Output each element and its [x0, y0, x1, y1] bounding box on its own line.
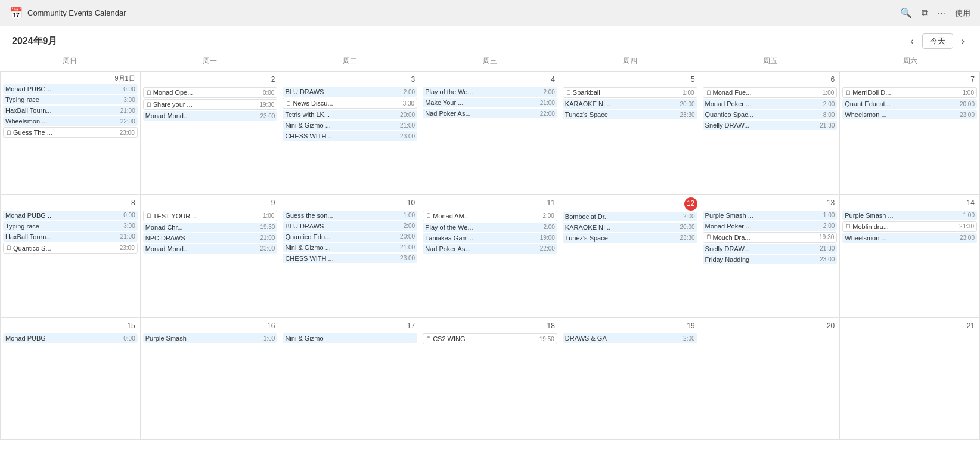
- event-item[interactable]: Quant Educat...20:00: [842, 99, 977, 109]
- more-button[interactable]: ···: [938, 8, 945, 18]
- event-item[interactable]: Friday Nadding23:00: [703, 255, 838, 264]
- event-item[interactable]: Bomboclat Dr...2:00: [563, 212, 697, 221]
- next-month-button[interactable]: ›: [958, 35, 968, 48]
- event-item[interactable]: 🗒TEST YOUR ...1:00: [143, 211, 278, 221]
- event-name: Monad Fue...: [713, 89, 821, 96]
- event-name: Purple Smash: [145, 335, 262, 342]
- event-time: 1:00: [963, 212, 975, 218]
- event-item[interactable]: 🗒Share your ...19:30: [143, 99, 278, 110]
- doc-icon: 🗒: [146, 101, 152, 108]
- event-name: Laniakea Gam...: [425, 234, 539, 242]
- cell-date-label: 4: [548, 74, 557, 86]
- event-item[interactable]: Wheelsmon ...23:00: [842, 110, 977, 119]
- event-item[interactable]: Play of the We...2:00: [423, 87, 557, 97]
- event-item[interactable]: Monad Mond...23:00: [143, 244, 278, 254]
- event-item[interactable]: Nad Poker As...22:00: [423, 109, 557, 118]
- event-item[interactable]: 🗒CS2 WING19:50: [423, 333, 557, 344]
- event-item[interactable]: Snelly DRAW...21:30: [703, 121, 838, 130]
- event-item[interactable]: 🗒Moblin dra...21:30: [842, 221, 977, 232]
- today-button[interactable]: 今天: [922, 33, 953, 49]
- calendar-cell-0-4: 5🗒Sparkball1:00KARAOKE NI...20:00Tunez's…: [560, 72, 700, 195]
- event-time: 23:00: [820, 256, 835, 262]
- event-time: 21:30: [820, 245, 835, 252]
- event-item[interactable]: HaxBall Tourn...21:00: [3, 232, 138, 242]
- event-item[interactable]: KARAOKE NI...20:00: [563, 99, 697, 109]
- event-item[interactable]: BLU DRAWS2:00: [283, 221, 417, 231]
- event-item[interactable]: Guess the son...1:00: [283, 211, 417, 220]
- event-time: 3:00: [123, 97, 135, 103]
- cell-date-label: 9月1日: [114, 74, 137, 83]
- event-item[interactable]: Tunez's Space23:30: [563, 110, 697, 119]
- doc-icon: 🗒: [706, 89, 712, 96]
- event-item[interactable]: Snelly DRAW...21:30: [703, 244, 838, 254]
- event-item[interactable]: Quantico Spac...8:00: [703, 110, 838, 119]
- event-item[interactable]: DRAWS & GA2:00: [563, 333, 697, 343]
- event-time: 22:00: [120, 118, 135, 125]
- event-item[interactable]: Monad Chr...19:30: [143, 223, 278, 232]
- event-item[interactable]: 🗒News Discu...3:30: [283, 98, 417, 109]
- event-item[interactable]: Monad Poker ...2:00: [703, 221, 838, 231]
- event-item[interactable]: Monad Mond...23:00: [143, 111, 278, 121]
- event-item[interactable]: Tunez's Space23:30: [563, 233, 697, 243]
- event-name: Quant Educat...: [845, 100, 959, 107]
- event-item[interactable]: Wheelsmon ...23:00: [842, 233, 977, 243]
- event-item[interactable]: Typing race3:00: [3, 95, 138, 104]
- cell-date-label: 16: [265, 320, 277, 332]
- event-item[interactable]: Make Your ...21:00: [423, 98, 557, 107]
- cell-date-label: 18: [544, 320, 557, 332]
- event-item[interactable]: Wheelsmon ...22:00: [3, 116, 138, 126]
- event-time: 2:00: [823, 223, 835, 229]
- event-item[interactable]: 🗒Monad Fue...1:00: [703, 87, 838, 98]
- calendar-cell-2-1: 16Purple Smash1:00: [141, 318, 281, 440]
- event-item[interactable]: 🗒Monad Ope...0:00: [143, 87, 278, 98]
- doc-icon: 🗒: [426, 336, 432, 342]
- cell-date-label: 17: [405, 320, 417, 332]
- event-item[interactable]: Purple Smash1:00: [143, 333, 278, 343]
- event-item[interactable]: 🗒Mouch Dra...19:30: [703, 232, 838, 243]
- event-item[interactable]: Purple Smash ...1:00: [842, 211, 977, 220]
- prev-month-button[interactable]: ‹: [907, 35, 917, 48]
- app-title: Community Events Calendar: [27, 8, 126, 17]
- event-item[interactable]: HaxBall Tourn...21:00: [3, 106, 138, 115]
- event-item[interactable]: BLU DRAWS2:00: [283, 87, 417, 97]
- event-item[interactable]: Laniakea Gam...19:00: [423, 233, 557, 243]
- event-item[interactable]: 🗒Quantico S...23:00: [3, 243, 138, 254]
- event-item[interactable]: Monad PUBG ...0:00: [3, 211, 138, 220]
- event-item[interactable]: Quantico Edu...20:00: [283, 232, 417, 242]
- doc-icon: 🗒: [845, 223, 851, 230]
- event-item[interactable]: NPC DRAWS21:00: [143, 233, 278, 243]
- event-item[interactable]: KARAOKE NI...20:00: [563, 223, 697, 232]
- event-item[interactable]: CHESS WITH ...23:00: [283, 254, 417, 263]
- search-button[interactable]: 🔍: [900, 7, 912, 18]
- event-name: Play of the We...: [425, 88, 542, 95]
- event-item[interactable]: Typing race3:00: [3, 221, 138, 231]
- event-item[interactable]: Nini & Gizmo: [283, 333, 417, 343]
- event-name: Share your ...: [153, 101, 259, 108]
- copy-button[interactable]: ⧉: [922, 8, 928, 18]
- calendar-cell-2-6: 21: [840, 318, 980, 440]
- doc-icon: 🗒: [286, 100, 291, 107]
- event-time: 21:00: [120, 233, 135, 240]
- event-item[interactable]: Purple Smash ...1:00: [703, 211, 838, 220]
- event-item[interactable]: Play of the We...2:00: [423, 223, 557, 232]
- event-item[interactable]: CHESS WITH ...23:00: [283, 131, 417, 141]
- event-time: 22:00: [540, 245, 555, 252]
- event-name: Monad PUBG: [5, 335, 122, 342]
- event-item[interactable]: Nad Poker As...22:00: [423, 244, 557, 254]
- event-item[interactable]: Monad PUBG0:00: [3, 333, 138, 343]
- event-time: 1:00: [823, 89, 834, 96]
- event-name: HaxBall Tourn...: [5, 233, 119, 240]
- event-item[interactable]: Nini & Gizmo ...21:00: [283, 243, 417, 252]
- event-item[interactable]: 🗒Sparkball1:00: [563, 87, 697, 98]
- event-item[interactable]: Monad PUBG ...0:00: [3, 84, 138, 94]
- event-item[interactable]: Monad Poker ...2:00: [703, 99, 838, 109]
- event-item[interactable]: 🗒Guess The ...23:00: [3, 127, 138, 138]
- event-time: 19:30: [260, 224, 275, 230]
- event-name: Quantico Spac...: [705, 111, 822, 118]
- event-item[interactable]: 🗒MerriDoll D...1:00: [842, 87, 977, 98]
- event-time: 23:00: [260, 113, 275, 119]
- event-item[interactable]: 🗒Monad AM...2:00: [423, 211, 557, 221]
- cell-date-label: 21: [965, 320, 977, 332]
- event-item[interactable]: Tetris with LK...20:00: [283, 110, 417, 119]
- event-item[interactable]: Nini & Gizmo ...21:00: [283, 121, 417, 130]
